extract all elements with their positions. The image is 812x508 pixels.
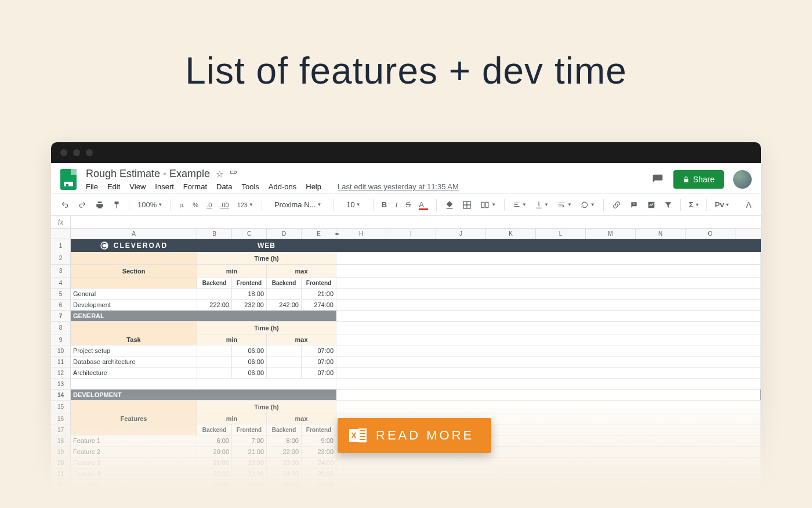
row-header[interactable]: 7 <box>51 311 71 321</box>
star-icon[interactable]: ☆ <box>216 169 223 179</box>
row-header[interactable]: 8 <box>51 322 71 334</box>
col-header-i[interactable]: I <box>386 229 436 239</box>
window-max-dot[interactable] <box>86 149 93 156</box>
italic-icon[interactable]: I <box>395 200 397 210</box>
row-header[interactable]: 16 <box>51 413 71 424</box>
merge-icon[interactable]: ▼ <box>480 201 496 209</box>
table-row[interactable]: 6 Development 222:00 232:00 242:00 274:0… <box>51 300 761 311</box>
col-header-h[interactable]: H <box>336 229 386 239</box>
row-header[interactable]: 22 <box>51 480 71 490</box>
table-row[interactable]: 14 DEVELOPMENT <box>51 390 761 401</box>
row-header[interactable]: 21 <box>51 469 71 479</box>
document-title[interactable]: Rough Estimate - Example <box>86 168 210 180</box>
window-min-dot[interactable] <box>73 149 80 156</box>
row-header[interactable]: 10 <box>51 345 71 356</box>
menu-view[interactable]: View <box>129 182 146 191</box>
table-row[interactable]: 8 Time (h) <box>51 322 761 334</box>
percent-format[interactable]: % <box>193 201 198 208</box>
select-all-corner[interactable] <box>51 229 71 239</box>
col-header-m[interactable]: M <box>586 229 636 239</box>
menu-help[interactable]: Help <box>306 182 321 191</box>
chart-icon[interactable] <box>647 201 656 209</box>
col-header-j[interactable]: J <box>436 229 486 239</box>
row-header[interactable]: 11 <box>51 356 71 367</box>
table-row[interactable]: 21 Feature 4 22:00 23:00 24:00 25:00 <box>51 469 761 480</box>
move-icon[interactable] <box>229 169 238 179</box>
row-header[interactable]: 3 <box>51 265 71 277</box>
zoom-select[interactable]: 100%▼ <box>137 200 162 209</box>
bold-icon[interactable]: B <box>382 200 387 209</box>
row-header[interactable]: 15 <box>51 401 71 413</box>
table-row[interactable]: 12 Architecture 06:00 07:00 <box>51 368 761 379</box>
row-header[interactable]: 6 <box>51 300 71 310</box>
row-header[interactable]: 13 <box>51 379 71 389</box>
borders-icon[interactable] <box>462 200 472 210</box>
paint-format-icon[interactable] <box>113 200 121 210</box>
table-row[interactable]: 7 GENERAL <box>51 311 761 322</box>
col-header-l[interactable]: L <box>536 229 586 239</box>
currency-format[interactable]: p. <box>179 201 184 208</box>
window-close-dot[interactable] <box>60 149 67 156</box>
number-format[interactable]: 123▼ <box>237 201 253 208</box>
fill-color-icon[interactable] <box>445 200 454 210</box>
table-row[interactable]: 5 General 18:00 21:00 <box>51 289 761 300</box>
increase-decimal[interactable]: .00 <box>220 201 229 208</box>
collapse-toolbar-icon[interactable]: ᐱ <box>746 200 752 210</box>
row-header[interactable]: 5 <box>51 289 71 299</box>
read-more-button[interactable]: READ MORE <box>338 418 491 453</box>
comments-icon[interactable] <box>651 174 664 185</box>
row-header[interactable]: 12 <box>51 368 71 378</box>
col-header-c[interactable]: C <box>232 229 267 239</box>
print-icon[interactable] <box>95 201 104 209</box>
text-color-icon[interactable]: A <box>419 200 428 209</box>
redo-icon[interactable] <box>78 201 87 209</box>
table-row[interactable]: 3 Section min max <box>51 265 761 278</box>
col-header-b[interactable]: B <box>197 229 232 239</box>
col-header-o[interactable]: O <box>686 229 735 239</box>
table-row[interactable]: 20 Feature 3 21:00 22:00 23:00 24:00 <box>51 457 761 469</box>
link-icon[interactable] <box>612 201 621 209</box>
menu-insert[interactable]: Insert <box>155 182 174 191</box>
table-row[interactable]: 22 Feature 5 23:00 24:00 25:00 26:00 <box>51 480 761 491</box>
row-header[interactable]: 14 <box>51 390 71 400</box>
col-header-a[interactable]: A <box>71 229 197 239</box>
row-header[interactable]: 17 <box>51 424 71 435</box>
table-row[interactable]: 9 Task min max <box>51 334 761 345</box>
wrap-icon[interactable]: ▼ <box>557 201 572 209</box>
comment-icon[interactable] <box>629 201 639 209</box>
sheets-icon[interactable] <box>60 169 77 190</box>
formula-bar[interactable]: fx <box>51 216 761 229</box>
menu-tools[interactable]: Tools <box>241 182 259 191</box>
share-button[interactable]: Share <box>673 170 724 189</box>
row-header[interactable]: 9 <box>51 334 71 345</box>
undo-icon[interactable] <box>60 201 70 209</box>
row-header[interactable]: 18 <box>51 435 71 446</box>
table-row[interactable]: 15 Time (h) <box>51 401 761 413</box>
last-edit-link[interactable]: Last edit was yesterday at 11:35 AM <box>338 182 459 191</box>
menu-format[interactable]: Format <box>183 182 207 191</box>
strike-icon[interactable]: S <box>405 200 411 209</box>
col-header-k[interactable]: K <box>486 229 536 239</box>
h-align-icon[interactable]: ▼ <box>513 201 527 208</box>
row-header[interactable]: 19 <box>51 446 71 457</box>
row-header[interactable]: 4 <box>51 278 71 288</box>
table-row[interactable]: 11 Database architecture 06:00 07:00 <box>51 356 761 368</box>
v-align-icon[interactable]: ▼ <box>535 201 549 209</box>
row-header[interactable]: 1 <box>51 239 71 252</box>
rotate-icon[interactable]: ▼ <box>580 201 595 209</box>
decrease-decimal[interactable]: .0 <box>206 201 212 208</box>
table-row[interactable]: 1 CLEVEROAD WEB <box>51 239 761 252</box>
menu-addons[interactable]: Add-ons <box>269 182 296 191</box>
table-row[interactable]: 4 Backend Frontend Backend Frontend <box>51 278 761 289</box>
table-row[interactable]: 10 Project setup 06:00 07:00 <box>51 345 761 356</box>
table-row[interactable]: 2 Time (h) <box>51 252 761 265</box>
pv-icon[interactable]: Pv▾ <box>715 200 729 209</box>
col-header-d[interactable]: D <box>267 229 302 239</box>
functions-icon[interactable]: Σ▾ <box>689 200 698 209</box>
font-size-select[interactable]: 10▼ <box>342 199 364 211</box>
font-select[interactable]: Proxima N...▼ <box>270 199 325 211</box>
col-header-e[interactable]: E◂▸ <box>302 229 336 239</box>
filter-icon[interactable] <box>664 201 672 209</box>
menu-edit[interactable]: Edit <box>107 182 120 191</box>
col-header-n[interactable]: N <box>636 229 686 239</box>
